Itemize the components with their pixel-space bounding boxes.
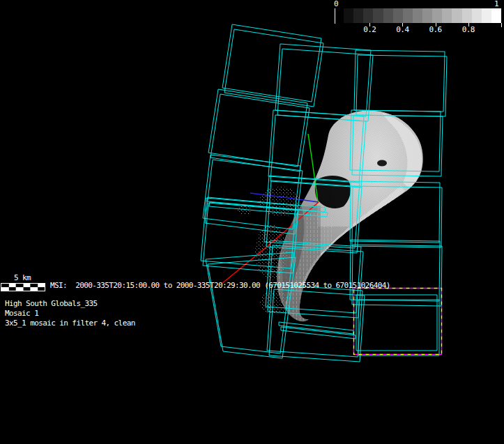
footprint-frame-4-3[interactable]: [350, 240, 440, 301]
footprint-frame-5-3[interactable]: [356, 295, 437, 351]
footprint-frame-2-1[interactable]: [211, 94, 310, 171]
colorbar-step: [452, 8, 461, 23]
colorbar: 0 1 0.20.40.60.8: [333, 0, 504, 36]
colorbar-step: [413, 8, 422, 23]
colorbar-step: [472, 8, 482, 23]
info-line: 3x5_1 mosaic in filter 4, clean: [5, 319, 135, 328]
colorbar-step: [462, 8, 472, 23]
selection-rect-dashes: [354, 289, 442, 355]
selection-rect-dashes: [354, 289, 442, 355]
colorbar-step: [432, 8, 442, 23]
selection-rectangle: [354, 289, 442, 355]
footprint-frame-1-1[interactable]: [224, 29, 323, 107]
colorbar-step: [344, 8, 353, 23]
colorbar-step: [383, 8, 393, 23]
colorbar-step: [393, 8, 403, 23]
footprint-frame-5-3[interactable]: [358, 300, 439, 355]
colorbar-step: [422, 8, 432, 23]
colorbar-tick-label: 0.4: [392, 25, 413, 34]
footprint-frame-1-1[interactable]: [222, 24, 321, 102]
scene-canvas: [0, 0, 504, 444]
colorbar-left-tick: [335, 8, 335, 24]
colorbar-step: [373, 8, 383, 23]
main-viewport[interactable]: 0 1 0.20.40.60.8 5 km MSI: 2000-335T20:1…: [0, 0, 504, 444]
colorbar-max-label: 1: [494, 0, 498, 8]
colorbar-step: [353, 8, 363, 23]
status-line: MSI: 2000-335T20:15:00.00 to 2000-335T20…: [50, 281, 390, 290]
colorbar-tick-label: 0.6: [425, 25, 446, 34]
colorbar-step: [482, 8, 491, 23]
footprint-frame-2-1[interactable]: [208, 89, 307, 167]
scale-label: 5 km: [0, 273, 45, 282]
colorbar-tick-label: 0.8: [458, 25, 479, 34]
observation-info: High South Globals_335Mosaic 13x5_1 mosa…: [5, 299, 135, 328]
colorbar-step: [403, 8, 413, 23]
colorbar-gradient: [344, 8, 501, 23]
colorbar-step: [363, 8, 373, 23]
colorbar-min-label: 0: [334, 0, 338, 8]
info-line: High South Globals_335: [5, 299, 135, 309]
colorbar-step: [491, 8, 501, 23]
colorbar-step: [442, 8, 452, 23]
footprint-frame-1-3[interactable]: [354, 50, 445, 112]
scale-bar: [1, 283, 45, 291]
colorbar-right-tick: [501, 23, 502, 27]
info-line: Mosaic 1: [5, 309, 135, 319]
colorbar-tick-label: 0.2: [359, 25, 380, 34]
footprint-frame-4-3[interactable]: [352, 245, 442, 306]
